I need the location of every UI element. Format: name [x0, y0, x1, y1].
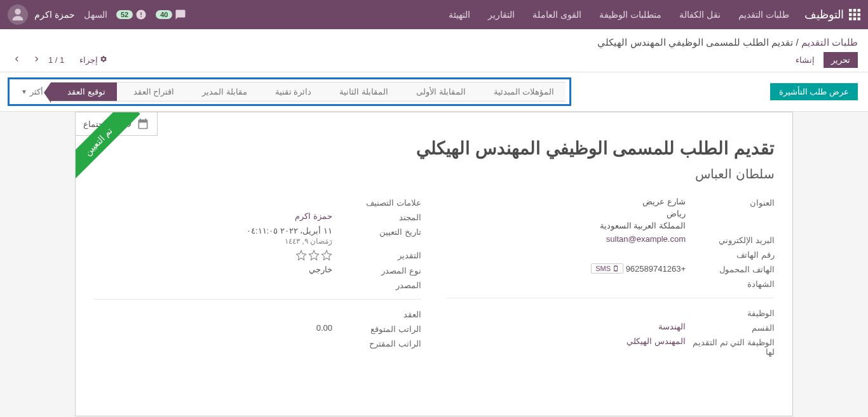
nav-item-sponsorship[interactable]: نقل الكفالة [679, 10, 721, 20]
avatar [8, 4, 28, 25]
stage-manager-interview[interactable]: مقابلة المدير [186, 82, 259, 102]
col-left: علامات التصنيف المجند حمزة اكرم تاريخ ال… [93, 197, 421, 361]
value-rating[interactable] [93, 249, 332, 261]
nav-right: 40 52 السهل حمزة اكرم [8, 4, 186, 25]
nav-menu: طلبات التقديم نقل الكفالة متطلبات الوظيف… [449, 10, 789, 20]
pager-prev[interactable] [29, 53, 43, 67]
visa-button[interactable]: عرض طلب التأشيرة [770, 83, 858, 100]
easy-label[interactable]: السهل [84, 10, 107, 20]
label-address: العنوان [686, 197, 775, 208]
svg-rect-7 [853, 18, 857, 21]
label-job: الوظيفة [686, 307, 775, 318]
edit-button[interactable]: تحرير [824, 52, 858, 68]
action-dropdown[interactable]: إجراء [79, 55, 107, 65]
nav-item-applications[interactable]: طلبات التقديم [738, 10, 789, 20]
star-icon [295, 249, 307, 261]
nav-item-reports[interactable]: التقارير [488, 10, 515, 20]
stages: المؤهلات المبدئية المقابلة الأولى المقاب… [51, 82, 566, 102]
nav-item-config[interactable]: التهيئة [449, 10, 470, 20]
gear-icon [100, 55, 107, 65]
value-mobile: +962589741263 SMS [447, 263, 686, 274]
label-recruiter: المجند [332, 211, 421, 222]
value-hire-date: ١١ أبريل، ٢٠٢٢ ٠٤:١١:٠٥ [247, 226, 332, 235]
label-degree: الشهادة [686, 278, 775, 289]
svg-rect-1 [853, 9, 857, 12]
activity-badge[interactable]: 52 [116, 9, 147, 20]
applicant-name: سلطان العباس [112, 166, 775, 182]
value-dept[interactable]: الهندسة [447, 322, 686, 331]
label-expected-salary: الراتب المتوقع [332, 323, 421, 334]
control-panel: طلبات التقديم / تقديم الطلب للمسمى الوظي… [0, 29, 868, 72]
label-contract: العقد [332, 308, 421, 319]
create-button[interactable]: إنشاء [790, 52, 820, 68]
col-right: العنوان شارع عريض رياض المملكة العربية ا… [447, 197, 775, 361]
label-rating: التقدير [332, 249, 421, 260]
breadcrumb: طلبات التقديم / تقديم الطلب للمسمى الوظي… [597, 37, 858, 48]
svg-rect-4 [853, 13, 857, 17]
label-phone: رقم الهاتف [686, 249, 775, 260]
svg-rect-6 [849, 18, 852, 21]
stage-tech-department[interactable]: دائرة تقنية [259, 82, 323, 102]
stage-initial-qualification[interactable]: المؤهلات المبدئية [477, 82, 566, 102]
sms-button[interactable]: SMS [591, 263, 623, 274]
label-tags: علامات التصنيف [332, 197, 421, 208]
stage-contract-proposal[interactable]: اقتراح العقد [117, 82, 186, 102]
svg-rect-0 [849, 9, 852, 12]
chat-count: 40 [156, 10, 172, 19]
star-icon [321, 249, 332, 261]
label-source-type: نوع المصدر [332, 265, 421, 275]
svg-point-9 [15, 9, 20, 15]
apps-icon[interactable] [849, 9, 860, 20]
star-icon [308, 249, 320, 261]
label-proposed-salary: الراتب المقترح [332, 338, 421, 348]
label-applied-job: الوظيفة التي تم التقديم لها [686, 336, 775, 357]
user-menu[interactable]: حمزة اكرم [8, 4, 75, 25]
user-name: حمزة اكرم [34, 10, 75, 20]
chat-badge[interactable]: 40 [156, 9, 186, 20]
activity-count: 52 [116, 10, 133, 19]
stage-contract-sign[interactable]: توقيع العقد [51, 82, 117, 102]
pager: 1 / 1 [10, 53, 64, 67]
form-sheet: لا يوجد اجتماع تم التعيين تقديم الطلب لل… [75, 112, 793, 416]
nav-item-workforce[interactable]: القوى العاملة [532, 10, 581, 20]
value-hijri: رَمَضان ٩, ١٤٤٣ [93, 237, 332, 246]
svg-rect-2 [858, 9, 861, 12]
calendar-icon [137, 117, 149, 130]
label-dept: القسم [686, 322, 775, 333]
label-source: المصدر [332, 279, 421, 290]
form-wrap: لا يوجد اجتماع تم التعيين تقديم الطلب لل… [0, 112, 868, 417]
value-email[interactable]: sultan@example.com [447, 234, 686, 244]
value-source-type: خارجي [93, 265, 332, 274]
stage-second-interview[interactable]: المقابلة الثانية [323, 82, 400, 102]
address-country[interactable]: المملكة العربية السعودية [447, 221, 686, 230]
navbar: التوظيف طلبات التقديم نقل الكفالة متطلبا… [0, 0, 868, 29]
stage-first-interview[interactable]: المقابلة الأولى [400, 82, 477, 102]
value-expected-salary: 0.00 [93, 323, 332, 333]
value-applied-job[interactable]: المهندس الهيكلي [447, 336, 686, 346]
stages-highlight-box: المؤهلات المبدئية المقابلة الأولى المقاب… [8, 77, 571, 106]
svg-rect-5 [858, 13, 861, 17]
app-title[interactable]: التوظيف [804, 8, 844, 22]
record-title: تقديم الطلب للمسمى الوظيفي المهندس الهيك… [112, 138, 775, 159]
svg-rect-3 [849, 13, 852, 17]
breadcrumb-root[interactable]: طلبات التقديم [801, 37, 858, 48]
address-street: شارع عريض [447, 197, 686, 206]
svg-rect-8 [858, 18, 861, 21]
pager-text: 1 / 1 [48, 55, 64, 65]
label-hire-date: تاريخ التعيين [332, 226, 421, 237]
breadcrumb-current: تقديم الطلب للمسمى الوظيفي المهندس الهيك… [597, 37, 793, 48]
status-bar: عرض طلب التأشيرة المؤهلات المبدئية المقا… [0, 72, 868, 112]
pager-next[interactable] [10, 53, 24, 67]
value-recruiter[interactable]: حمزة اكرم [93, 211, 332, 221]
label-mobile: الهاتف المحمول [686, 263, 775, 274]
address-city: رياض [447, 209, 686, 218]
caret-down-icon: ▼ [21, 88, 27, 95]
mobile-icon [613, 265, 619, 272]
label-email: البريد الإلكتروني [686, 234, 775, 245]
nav-item-requirements[interactable]: متطلبات الوظيفة [599, 10, 661, 20]
